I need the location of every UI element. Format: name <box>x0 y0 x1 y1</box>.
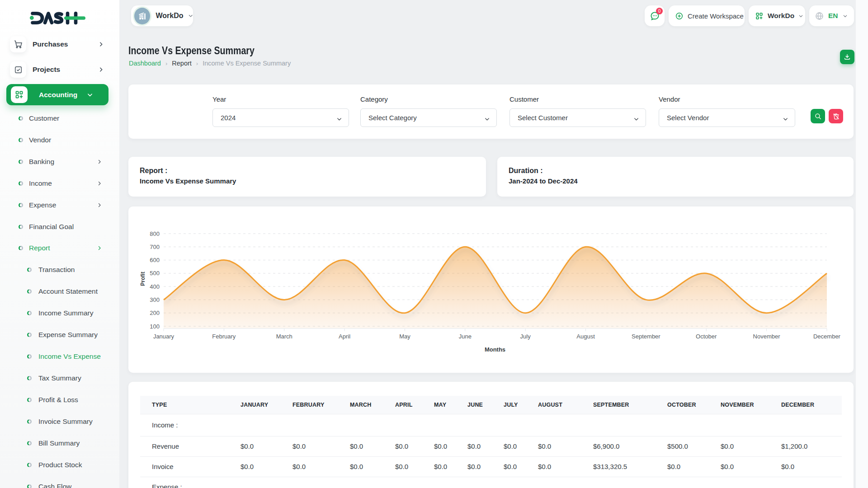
svg-text:April: April <box>339 333 350 340</box>
svg-text:400: 400 <box>150 283 160 290</box>
svg-text:September: September <box>632 333 660 340</box>
svg-text:100: 100 <box>150 323 160 330</box>
svg-text:600: 600 <box>150 257 160 263</box>
svg-text:July: July <box>520 333 531 340</box>
svg-text:November: November <box>753 333 781 340</box>
svg-text:February: February <box>212 333 236 340</box>
svg-text:700: 700 <box>150 244 160 250</box>
svg-text:March: March <box>276 333 292 340</box>
svg-text:200: 200 <box>150 310 160 316</box>
svg-text:Months: Months <box>485 346 505 353</box>
svg-text:October: October <box>696 333 717 340</box>
svg-text:May: May <box>399 333 410 340</box>
svg-text:500: 500 <box>150 270 160 277</box>
svg-text:August: August <box>576 333 595 340</box>
svg-text:300: 300 <box>150 296 160 303</box>
svg-text:January: January <box>153 333 175 340</box>
svg-text:June: June <box>459 333 472 340</box>
svg-text:December: December <box>813 333 841 340</box>
svg-text:Profit: Profit <box>140 272 146 286</box>
svg-text:800: 800 <box>150 230 160 237</box>
